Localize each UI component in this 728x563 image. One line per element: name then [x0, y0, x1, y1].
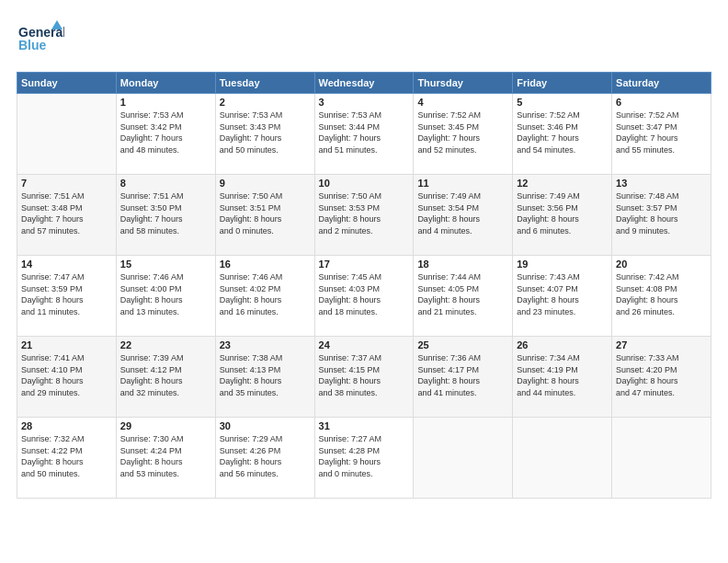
calendar-cell: 19Sunrise: 7:43 AM Sunset: 4:07 PM Dayli…	[513, 256, 612, 337]
calendar-header: SundayMondayTuesdayWednesdayThursdayFrid…	[17, 73, 711, 94]
calendar-table: SundayMondayTuesdayWednesdayThursdayFrid…	[17, 72, 711, 499]
calendar-cell: 14Sunrise: 7:47 AM Sunset: 3:59 PM Dayli…	[17, 256, 117, 337]
calendar-cell	[612, 418, 711, 499]
day-number: 11	[417, 178, 508, 189]
calendar-cell: 24Sunrise: 7:37 AM Sunset: 4:15 PM Dayli…	[314, 337, 414, 418]
weekday-header-wednesday: Wednesday	[314, 73, 414, 94]
day-number: 20	[616, 259, 707, 270]
day-number: 9	[220, 178, 311, 189]
day-info: Sunrise: 7:49 AM Sunset: 3:56 PM Dayligh…	[517, 190, 608, 236]
day-number: 8	[120, 178, 211, 189]
calendar-cell: 2Sunrise: 7:53 AM Sunset: 3:43 PM Daylig…	[215, 94, 314, 175]
weekday-header-row: SundayMondayTuesdayWednesdayThursdayFrid…	[17, 73, 711, 94]
day-info: Sunrise: 7:36 AM Sunset: 4:17 PM Dayligh…	[417, 352, 508, 398]
day-info: Sunrise: 7:27 AM Sunset: 4:28 PM Dayligh…	[319, 433, 410, 479]
day-number: 7	[21, 178, 112, 189]
calendar-body: 1Sunrise: 7:53 AM Sunset: 3:42 PM Daylig…	[17, 94, 711, 499]
day-number: 27	[616, 339, 707, 350]
calendar-cell: 23Sunrise: 7:38 AM Sunset: 4:13 PM Dayli…	[215, 337, 314, 418]
day-info: Sunrise: 7:46 AM Sunset: 4:02 PM Dayligh…	[220, 271, 311, 317]
calendar-cell: 20Sunrise: 7:42 AM Sunset: 4:08 PM Dayli…	[612, 256, 711, 337]
week-row-1: 1Sunrise: 7:53 AM Sunset: 3:42 PM Daylig…	[17, 94, 711, 175]
day-info: Sunrise: 7:51 AM Sunset: 3:48 PM Dayligh…	[21, 190, 112, 236]
day-info: Sunrise: 7:53 AM Sunset: 3:42 PM Dayligh…	[120, 109, 211, 155]
day-info: Sunrise: 7:44 AM Sunset: 4:05 PM Dayligh…	[417, 271, 508, 317]
day-info: Sunrise: 7:38 AM Sunset: 4:13 PM Dayligh…	[220, 352, 311, 398]
page: General Blue SundayMondayTuesdayWednesda…	[0, 0, 728, 563]
day-info: Sunrise: 7:43 AM Sunset: 4:07 PM Dayligh…	[517, 271, 608, 317]
day-info: Sunrise: 7:48 AM Sunset: 3:57 PM Dayligh…	[616, 190, 707, 236]
day-number: 3	[319, 97, 410, 108]
calendar-cell: 7Sunrise: 7:51 AM Sunset: 3:48 PM Daylig…	[17, 175, 117, 256]
calendar-cell: 16Sunrise: 7:46 AM Sunset: 4:02 PM Dayli…	[215, 256, 314, 337]
day-number: 10	[319, 178, 410, 189]
calendar-cell: 27Sunrise: 7:33 AM Sunset: 4:20 PM Dayli…	[612, 337, 711, 418]
header: General Blue	[17, 17, 711, 64]
calendar-cell: 21Sunrise: 7:41 AM Sunset: 4:10 PM Dayli…	[17, 337, 117, 418]
weekday-header-saturday: Saturday	[612, 73, 711, 94]
day-info: Sunrise: 7:39 AM Sunset: 4:12 PM Dayligh…	[120, 352, 211, 398]
day-number: 26	[517, 339, 608, 350]
logo-icon: General Blue	[17, 17, 64, 64]
day-number: 1	[120, 97, 211, 108]
weekday-header-tuesday: Tuesday	[215, 73, 314, 94]
calendar-cell: 30Sunrise: 7:29 AM Sunset: 4:26 PM Dayli…	[215, 418, 314, 499]
day-number: 19	[517, 259, 608, 270]
day-info: Sunrise: 7:53 AM Sunset: 3:44 PM Dayligh…	[319, 109, 410, 155]
calendar-cell	[414, 418, 513, 499]
day-info: Sunrise: 7:50 AM Sunset: 3:53 PM Dayligh…	[319, 190, 410, 236]
day-number: 12	[517, 178, 608, 189]
week-row-5: 28Sunrise: 7:32 AM Sunset: 4:22 PM Dayli…	[17, 418, 711, 499]
week-row-4: 21Sunrise: 7:41 AM Sunset: 4:10 PM Dayli…	[17, 337, 711, 418]
day-info: Sunrise: 7:45 AM Sunset: 4:03 PM Dayligh…	[319, 271, 410, 317]
calendar-cell: 26Sunrise: 7:34 AM Sunset: 4:19 PM Dayli…	[513, 337, 612, 418]
calendar-cell: 10Sunrise: 7:50 AM Sunset: 3:53 PM Dayli…	[314, 175, 414, 256]
day-info: Sunrise: 7:52 AM Sunset: 3:47 PM Dayligh…	[616, 109, 707, 155]
day-info: Sunrise: 7:53 AM Sunset: 3:43 PM Dayligh…	[220, 109, 311, 155]
calendar-cell: 4Sunrise: 7:52 AM Sunset: 3:45 PM Daylig…	[414, 94, 513, 175]
calendar-cell: 12Sunrise: 7:49 AM Sunset: 3:56 PM Dayli…	[513, 175, 612, 256]
calendar-cell: 9Sunrise: 7:50 AM Sunset: 3:51 PM Daylig…	[215, 175, 314, 256]
calendar-cell: 18Sunrise: 7:44 AM Sunset: 4:05 PM Dayli…	[414, 256, 513, 337]
calendar-cell	[513, 418, 612, 499]
day-number: 24	[319, 339, 410, 350]
day-number: 4	[417, 97, 508, 108]
day-number: 17	[319, 259, 410, 270]
day-number: 25	[417, 339, 508, 350]
day-number: 29	[120, 420, 211, 431]
calendar-cell: 15Sunrise: 7:46 AM Sunset: 4:00 PM Dayli…	[116, 256, 215, 337]
day-number: 18	[417, 259, 508, 270]
day-info: Sunrise: 7:52 AM Sunset: 3:45 PM Dayligh…	[417, 109, 508, 155]
day-number: 16	[220, 259, 311, 270]
day-number: 13	[616, 178, 707, 189]
calendar-cell: 11Sunrise: 7:49 AM Sunset: 3:54 PM Dayli…	[414, 175, 513, 256]
week-row-3: 14Sunrise: 7:47 AM Sunset: 3:59 PM Dayli…	[17, 256, 711, 337]
day-info: Sunrise: 7:51 AM Sunset: 3:50 PM Dayligh…	[120, 190, 211, 236]
day-number: 22	[120, 339, 211, 350]
calendar-cell: 13Sunrise: 7:48 AM Sunset: 3:57 PM Dayli…	[612, 175, 711, 256]
calendar-cell	[17, 94, 117, 175]
calendar-cell: 22Sunrise: 7:39 AM Sunset: 4:12 PM Dayli…	[116, 337, 215, 418]
day-number: 6	[616, 97, 707, 108]
calendar-cell: 31Sunrise: 7:27 AM Sunset: 4:28 PM Dayli…	[314, 418, 414, 499]
calendar-cell: 8Sunrise: 7:51 AM Sunset: 3:50 PM Daylig…	[116, 175, 215, 256]
day-info: Sunrise: 7:30 AM Sunset: 4:24 PM Dayligh…	[120, 433, 211, 479]
weekday-header-monday: Monday	[116, 73, 215, 94]
week-row-2: 7Sunrise: 7:51 AM Sunset: 3:48 PM Daylig…	[17, 175, 711, 256]
day-number: 21	[21, 339, 112, 350]
logo: General Blue	[17, 17, 64, 64]
weekday-header-thursday: Thursday	[414, 73, 513, 94]
day-info: Sunrise: 7:29 AM Sunset: 4:26 PM Dayligh…	[220, 433, 311, 479]
day-number: 28	[21, 420, 112, 431]
day-info: Sunrise: 7:34 AM Sunset: 4:19 PM Dayligh…	[517, 352, 608, 398]
calendar-cell: 5Sunrise: 7:52 AM Sunset: 3:46 PM Daylig…	[513, 94, 612, 175]
day-info: Sunrise: 7:32 AM Sunset: 4:22 PM Dayligh…	[21, 433, 112, 479]
calendar-cell: 29Sunrise: 7:30 AM Sunset: 4:24 PM Dayli…	[116, 418, 215, 499]
day-info: Sunrise: 7:49 AM Sunset: 3:54 PM Dayligh…	[417, 190, 508, 236]
day-info: Sunrise: 7:50 AM Sunset: 3:51 PM Dayligh…	[220, 190, 311, 236]
day-info: Sunrise: 7:46 AM Sunset: 4:00 PM Dayligh…	[120, 271, 211, 317]
day-number: 30	[220, 420, 311, 431]
day-info: Sunrise: 7:42 AM Sunset: 4:08 PM Dayligh…	[616, 271, 707, 317]
weekday-header-sunday: Sunday	[17, 73, 117, 94]
day-info: Sunrise: 7:37 AM Sunset: 4:15 PM Dayligh…	[319, 352, 410, 398]
